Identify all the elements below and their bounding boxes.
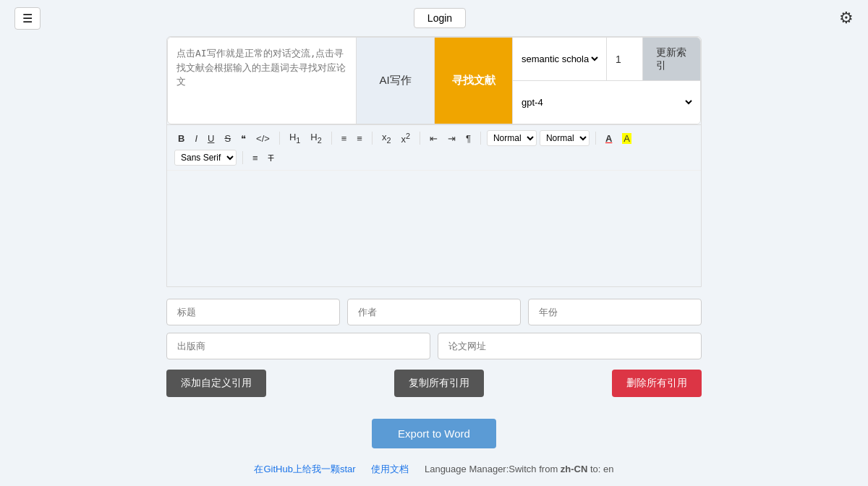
unordered-list-button[interactable]: ≡ [353, 131, 366, 146]
refresh-label: 更新索引 [656, 46, 687, 72]
gpt-select[interactable]: gpt-4 [519, 96, 694, 108]
main-textarea[interactable] [168, 38, 356, 121]
docs-link[interactable]: 使用文档 [371, 464, 409, 474]
header: ☰ Login ⚙ [0, 0, 868, 36]
menu-button[interactable]: ☰ [14, 7, 41, 30]
indent-right-button[interactable]: ⇥ [444, 131, 459, 146]
refresh-button[interactable]: 更新索引 [642, 38, 700, 80]
url-input[interactable] [438, 333, 702, 359]
find-paper-button[interactable]: 寻找文献 [434, 38, 512, 124]
bold-button[interactable]: B [174, 131, 188, 146]
export-section: Export to Word [166, 419, 702, 448]
year-input[interactable] [528, 299, 702, 325]
font-family-select[interactable]: Sans Serif [174, 150, 237, 166]
ai-write-label: AI写作 [379, 74, 411, 88]
editor-toolbar: B I U S ❝ </> H1 H2 ≡ ≡ x2 x2 ⇤ ⇥ ¶ Norm… [167, 125, 701, 171]
toolbar-separator-6 [595, 132, 596, 145]
h1-button[interactable]: H1 [286, 129, 304, 147]
gpt-select-wrap: gpt-4 [512, 81, 700, 124]
toolbar-separator-3 [372, 132, 373, 145]
paragraph-button[interactable]: ¶ [462, 131, 475, 146]
scholar-select[interactable]: semantic scholar [519, 53, 600, 65]
selects-bottom: gpt-4 [512, 81, 700, 124]
github-link[interactable]: 在GitHub上给我一颗star [254, 464, 355, 474]
citation-row-1 [166, 299, 702, 325]
clear-format-button[interactable]: T [265, 150, 278, 166]
title-input[interactable] [166, 299, 340, 325]
top-panel-wrapper: AI写作 寻找文献 semantic scholar 1 [166, 36, 702, 287]
editor-body[interactable] [167, 171, 701, 286]
top-panel: AI写作 寻找文献 semantic scholar 1 [167, 37, 701, 124]
toolbar-separator-5 [480, 132, 481, 145]
citation-row-2 [166, 333, 702, 359]
format-select[interactable]: Normal [487, 130, 537, 146]
textarea-area [168, 38, 356, 124]
selects-col: semantic scholar 1 更新索引 gpt-4 [512, 38, 700, 124]
toolbar-separator-4 [420, 132, 420, 145]
citation-section [166, 299, 702, 359]
footer: 在GitHub上给我一颗star 使用文档 Language Manager:S… [166, 463, 702, 486]
strikethrough-button[interactable]: S [221, 131, 234, 146]
h2-button[interactable]: H2 [307, 129, 325, 147]
author-input[interactable] [347, 299, 521, 325]
underline-button[interactable]: U [204, 131, 218, 146]
subscript-button[interactable]: x2 [378, 129, 395, 147]
export-word-button[interactable]: Export to Word [372, 419, 496, 448]
number-wrap: 1 [606, 38, 642, 80]
main-container: AI写作 寻找文献 semantic scholar 1 [159, 36, 709, 486]
publisher-input[interactable] [166, 333, 430, 359]
ordered-list-button[interactable]: ≡ [338, 131, 351, 146]
delete-all-citations-button[interactable]: 删除所有引用 [612, 370, 702, 397]
toolbar-separator-1 [279, 132, 280, 145]
action-row: 添加自定义引用 复制所有引用 删除所有引用 [166, 370, 702, 397]
toolbar-separator-7 [242, 151, 243, 164]
find-paper-label: 寻找文献 [452, 74, 495, 88]
font-color-button[interactable]: A [602, 131, 616, 146]
superscript-button[interactable]: x2 [397, 129, 414, 147]
italic-button[interactable]: I [191, 131, 201, 146]
ai-write-button[interactable]: AI写作 [356, 38, 434, 124]
indent-left-button[interactable]: ⇤ [426, 131, 441, 146]
lang-switch: Language Manager:Switch from zh-CN to: e… [425, 464, 614, 474]
login-button[interactable]: Login [414, 8, 466, 28]
code-button[interactable]: </> [252, 131, 273, 146]
align-button[interactable]: ≡ [249, 150, 262, 166]
bg-color-button[interactable]: A [618, 131, 635, 146]
add-custom-citation-button[interactable]: 添加自定义引用 [166, 370, 266, 397]
gear-icon[interactable]: ⚙ [839, 9, 854, 27]
header-left: ☰ [14, 7, 41, 30]
toolbar-separator-2 [331, 132, 332, 145]
selects-top: semantic scholar 1 更新索引 [512, 38, 700, 81]
number-value: 1 [616, 54, 621, 65]
blockquote-button[interactable]: ❝ [237, 131, 250, 146]
copy-all-citations-button[interactable]: 复制所有引用 [394, 370, 484, 397]
scholar-select-wrap: semantic scholar [512, 38, 606, 80]
size-select[interactable]: Normal [540, 130, 590, 146]
